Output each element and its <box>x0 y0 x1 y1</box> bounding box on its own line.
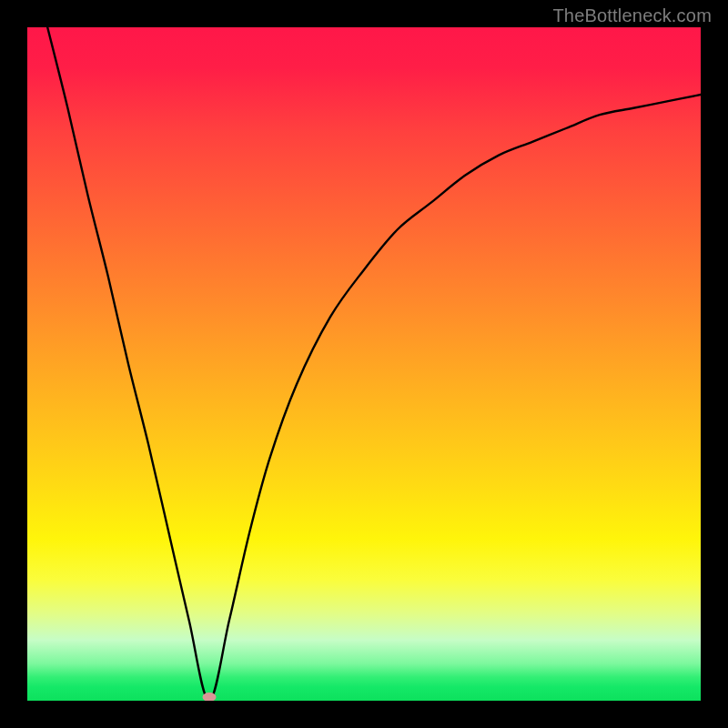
minimum-marker-dot <box>202 693 216 701</box>
bottleneck-curve <box>47 27 701 701</box>
chart-container: TheBottleneck.com <box>0 0 728 728</box>
plot-area <box>27 27 701 701</box>
watermark-label: TheBottleneck.com <box>552 5 712 26</box>
curve-svg <box>27 27 701 701</box>
